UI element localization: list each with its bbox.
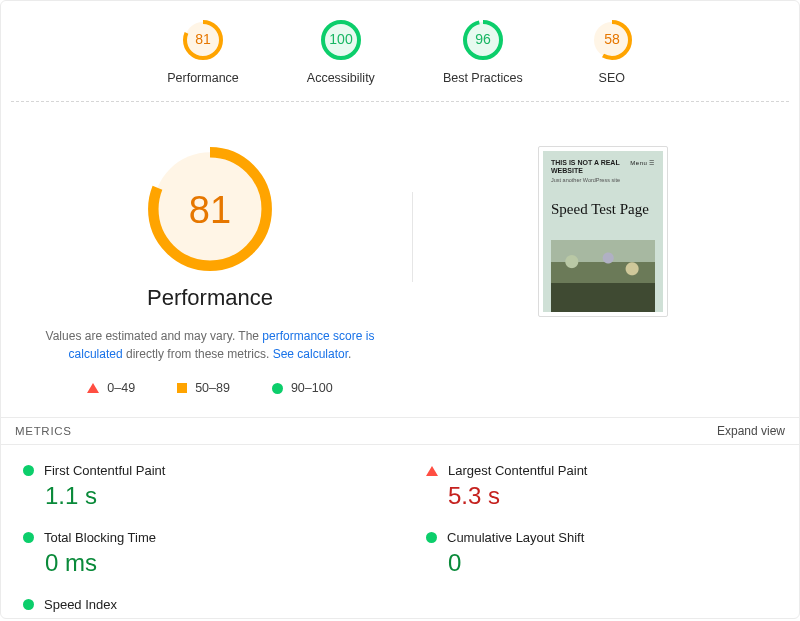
gauge-performance-icon: 81 xyxy=(167,19,239,61)
circle-pass-icon xyxy=(426,532,437,543)
vertical-divider xyxy=(412,192,413,282)
metric-label: Largest Contentful Paint xyxy=(448,463,587,478)
circle-pass-icon xyxy=(272,383,283,394)
performance-section: 81 Performance Values are estimated and … xyxy=(1,122,799,395)
metric-value: 0 xyxy=(448,549,783,577)
legend-fail-range: 0–49 xyxy=(107,381,135,395)
desc-text-2: directly from these metrics. xyxy=(123,347,273,361)
performance-description: Values are estimated and may vary. The p… xyxy=(17,327,403,363)
legend-avg: 50–89 xyxy=(177,381,230,395)
desc-text: Values are estimated and may vary. The xyxy=(46,329,263,343)
performance-gauge: 81 xyxy=(147,146,273,275)
category-seo-label: SEO xyxy=(591,71,633,85)
category-accessibility[interactable]: 100 Accessibility xyxy=(307,19,375,85)
metric-value: 5.3 s xyxy=(448,482,783,510)
category-seo[interactable]: 58 SEO xyxy=(591,19,633,85)
category-performance-label: Performance xyxy=(167,71,239,85)
triangle-fail-icon xyxy=(87,383,99,393)
metrics-grid: First Contentful Paint 1.1 s Largest Con… xyxy=(1,445,799,621)
metric-label: Speed Index xyxy=(44,597,117,612)
metric-item: First Contentful Paint 1.1 s xyxy=(17,457,380,524)
score-legend: 0–49 50–89 90–100 xyxy=(17,381,403,395)
gauge-seo-icon: 58 xyxy=(591,19,633,61)
circle-pass-icon xyxy=(23,599,34,610)
metric-item: Cumulative Layout Shift 0 xyxy=(420,524,783,591)
metric-label: Total Blocking Time xyxy=(44,530,156,545)
thumb-menu: Menu ☰ xyxy=(630,159,655,166)
legend-fail: 0–49 xyxy=(87,381,135,395)
metrics-header: METRICS Expand view xyxy=(1,417,799,445)
metric-item: Total Blocking Time 0 ms xyxy=(17,524,380,591)
svg-text:58: 58 xyxy=(604,31,620,47)
triangle-fail-icon xyxy=(426,466,438,476)
performance-score: 81 xyxy=(147,146,273,275)
expand-view-button[interactable]: Expand view xyxy=(717,424,785,438)
category-performance[interactable]: 81 Performance xyxy=(167,19,239,85)
metrics-title: METRICS xyxy=(15,425,72,437)
legend-avg-range: 50–89 xyxy=(195,381,230,395)
gauge-accessibility-icon: 100 xyxy=(307,19,375,61)
calculator-link[interactable]: See calculator xyxy=(273,347,348,361)
square-avg-icon xyxy=(177,383,187,393)
svg-text:81: 81 xyxy=(195,31,211,47)
legend-pass-range: 90–100 xyxy=(291,381,333,395)
metric-item: Speed Index 1.1 s xyxy=(17,591,380,621)
metric-item: Largest Contentful Paint 5.3 s xyxy=(420,457,783,524)
metric-label: Cumulative Layout Shift xyxy=(447,530,584,545)
category-accessibility-label: Accessibility xyxy=(307,71,375,85)
divider xyxy=(11,101,789,102)
circle-pass-icon xyxy=(23,465,34,476)
page-thumbnail: Menu ☰ THIS IS NOT A REAL WEBSITE Just a… xyxy=(538,146,668,317)
category-best-practices-label: Best Practices xyxy=(443,71,523,85)
lighthouse-report: 81 Performance 100 Accessibility 96 Best… xyxy=(0,0,800,619)
gauge-best-practices-icon: 96 xyxy=(443,19,523,61)
category-row: 81 Performance 100 Accessibility 96 Best… xyxy=(1,19,799,101)
thumb-image xyxy=(551,240,655,312)
metric-value: 1.1 s xyxy=(45,482,380,510)
svg-text:96: 96 xyxy=(475,31,491,47)
metric-value: 0 ms xyxy=(45,549,380,577)
circle-pass-icon xyxy=(23,532,34,543)
metric-value: 1.1 s xyxy=(45,616,380,621)
category-best-practices[interactable]: 96 Best Practices xyxy=(443,19,523,85)
thumb-heading: Speed Test Page xyxy=(551,201,655,218)
svg-text:100: 100 xyxy=(329,31,353,47)
legend-pass: 90–100 xyxy=(272,381,333,395)
performance-title: Performance xyxy=(17,285,403,311)
metric-label: First Contentful Paint xyxy=(44,463,165,478)
thumb-site-sub: Just another WordPress site xyxy=(551,177,655,183)
